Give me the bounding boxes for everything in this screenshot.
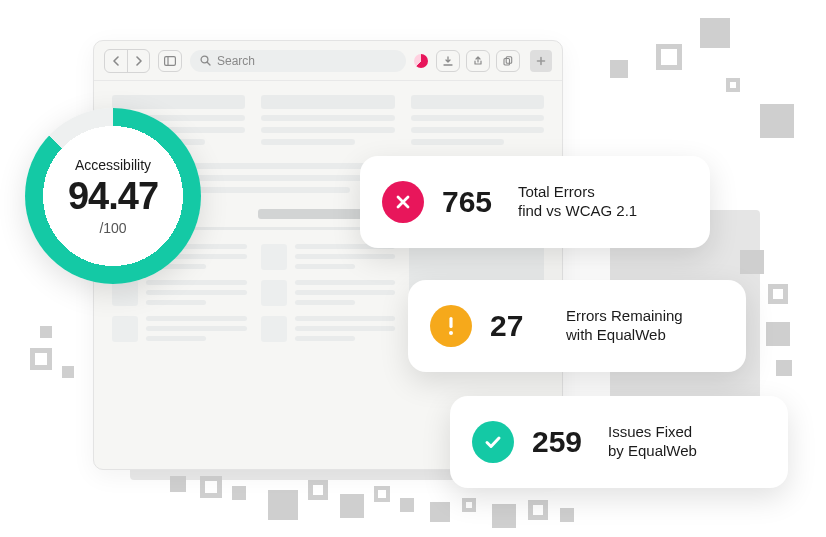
deco-square (760, 104, 794, 138)
success-icon (472, 421, 514, 463)
pie-chart-icon[interactable] (414, 54, 428, 68)
deco-square (610, 60, 628, 78)
warning-icon (430, 305, 472, 347)
score-max: /100 (99, 220, 126, 236)
metric-line2: by EqualWeb (608, 442, 697, 461)
metric-text: Total Errors find vs WCAG 2.1 (518, 183, 637, 221)
deco-square (430, 502, 450, 522)
svg-line-3 (207, 62, 210, 65)
score-value: 94.47 (68, 175, 158, 218)
deco-square (726, 78, 740, 92)
browser-titlebar: Search (94, 41, 562, 81)
svg-point-7 (449, 331, 453, 335)
deco-square (656, 44, 682, 70)
deco-square (700, 18, 730, 48)
search-placeholder-text: Search (217, 54, 255, 68)
search-icon (200, 55, 211, 66)
metric-text: Errors Remaining with EqualWeb (566, 307, 683, 345)
deco-square (768, 284, 788, 304)
download-button[interactable] (436, 50, 460, 72)
x-icon (394, 193, 412, 211)
sidebar-toggle-button[interactable] (158, 50, 182, 72)
metric-errors-remaining: 27 Errors Remaining with EqualWeb (408, 280, 746, 372)
metric-count: 259 (532, 425, 590, 459)
new-tab-button[interactable] (530, 50, 552, 72)
metric-line1: Issues Fixed (608, 423, 692, 440)
accessibility-score-ring: Accessibility 94.47 /100 (25, 108, 201, 284)
deco-square (528, 500, 548, 520)
metric-count: 765 (442, 185, 500, 219)
metric-line1: Errors Remaining (566, 307, 683, 324)
deco-square (560, 508, 574, 522)
plus-icon (536, 56, 546, 66)
svg-rect-0 (165, 56, 176, 65)
metric-issues-fixed: 259 Issues Fixed by EqualWeb (450, 396, 788, 488)
back-button[interactable] (105, 50, 127, 72)
error-icon (382, 181, 424, 223)
copy-button[interactable] (496, 50, 520, 72)
metric-total-errors: 765 Total Errors find vs WCAG 2.1 (360, 156, 710, 248)
sidebar-icon (164, 56, 176, 66)
deco-square (232, 486, 246, 500)
deco-square (492, 504, 516, 528)
metric-count: 27 (490, 309, 548, 343)
deco-square (462, 498, 476, 512)
share-icon (473, 56, 483, 66)
deco-square (308, 480, 328, 500)
download-icon (443, 56, 453, 66)
chevron-right-icon (135, 56, 143, 66)
forward-button[interactable] (127, 50, 149, 72)
deco-square (374, 486, 390, 502)
deco-square (400, 498, 414, 512)
copy-icon (503, 56, 513, 66)
deco-square (62, 366, 74, 378)
nav-arrow-group (104, 49, 150, 73)
exclamation-icon (447, 315, 455, 337)
deco-square (268, 490, 298, 520)
metric-text: Issues Fixed by EqualWeb (608, 423, 697, 461)
metric-line1: Total Errors (518, 183, 595, 200)
svg-rect-6 (449, 317, 452, 328)
deco-square (30, 348, 52, 370)
check-icon (483, 432, 503, 452)
metric-line2: with EqualWeb (566, 326, 683, 345)
share-button[interactable] (466, 50, 490, 72)
deco-square (340, 494, 364, 518)
deco-square (40, 326, 52, 338)
metric-line2: find vs WCAG 2.1 (518, 202, 637, 221)
score-label: Accessibility (75, 157, 151, 173)
deco-square (776, 360, 792, 376)
deco-square (766, 322, 790, 346)
chevron-left-icon (112, 56, 120, 66)
address-searchbar[interactable]: Search (190, 50, 406, 72)
